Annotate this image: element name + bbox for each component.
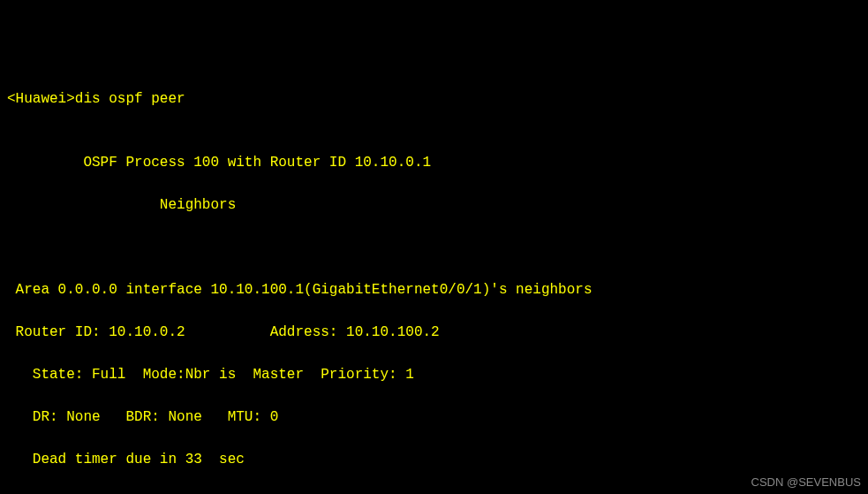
prompt-hostname: <Huawei> — [7, 91, 75, 107]
blank-line — [7, 237, 861, 258]
command-input[interactable]: dis ospf peer — [75, 91, 185, 107]
process-header: OSPF Process 100 with Router ID 10.10.0.… — [7, 152, 861, 173]
peer1-state: State: Full Mode:Nbr is Master Priority:… — [7, 364, 861, 385]
peer1-router: Router ID: 10.10.0.2 Address: 10.10.100.… — [7, 322, 861, 343]
watermark-text: CSDN @SEVENBUS — [751, 474, 861, 491]
neighbors-label: Neighbors — [7, 194, 861, 216]
blank-line — [7, 110, 861, 131]
peer1-area: Area 0.0.0.0 interface 10.10.100.1(Gigab… — [7, 279, 861, 300]
peer1-dr: DR: None BDR: None MTU: 0 — [7, 407, 861, 428]
peer1-dead: Dead timer due in 33 sec — [7, 449, 861, 470]
